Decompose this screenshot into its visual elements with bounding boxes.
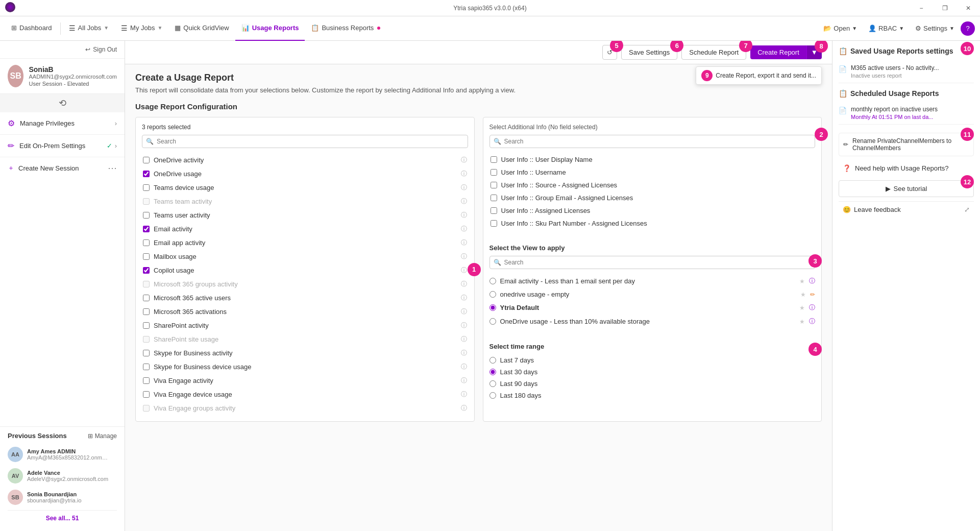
report-item-email-app[interactable]: Email app activity ⓘ [142,236,468,250]
sharepoint-checkbox[interactable] [143,322,150,329]
skype-activity-info[interactable]: ⓘ [461,349,467,357]
report-item-teams-device[interactable]: Teams device usage ⓘ [142,181,468,195]
field-username[interactable]: User Info :: Username [489,166,816,179]
report-item-skype-activity[interactable]: Skype for Business activity ⓘ [142,346,468,360]
minimize-button[interactable]: − [910,0,933,16]
field-username-checkbox[interactable] [491,169,497,176]
help-button[interactable]: ? [961,21,975,36]
teams-device-checkbox[interactable] [143,184,150,191]
manage-privileges-item[interactable]: ⚙ Manage Privileges › [0,112,125,135]
create-new-session-item[interactable]: ＋ Create New Session ⋯ [0,157,125,179]
sharepoint-info[interactable]: ⓘ [461,321,467,330]
rbac-button[interactable]: 👤 RBAC ▼ [863,21,909,35]
view-search-input[interactable] [489,256,816,269]
nav-usage-reports[interactable]: 📊 Usage Reports [235,16,305,41]
settings-button[interactable]: ⚙ Settings ▼ [910,21,960,35]
leave-feedback-button[interactable]: 😊 Leave feedback ⤢ [839,201,974,218]
time-item-30[interactable]: Last 30 days [489,366,816,378]
m365-users-checkbox[interactable] [143,295,150,301]
teams-user-info[interactable]: ⓘ [461,211,467,220]
create-report-button[interactable]: Create Report [750,45,806,59]
nav-all-jobs[interactable]: ☰ All Jobs ▼ [63,16,115,41]
refresh-button[interactable]: ↺ [602,45,617,60]
reports-search-input[interactable] [142,135,468,148]
email-app-checkbox[interactable] [143,239,150,246]
report-item-skype-device[interactable]: Skype for Business device usage ⓘ [142,360,468,374]
m365-users-info[interactable]: ⓘ [461,294,467,302]
manage-sessions-button[interactable]: ⊞ Manage [88,432,117,440]
session-item-sonia[interactable]: SB Sonia Bounardjian sbounardjian@ytria.… [8,487,117,508]
view4-info-icon[interactable]: ⓘ [809,317,815,326]
report-item-copilot[interactable]: Copilot usage ⓘ [142,263,468,277]
field-assigned-licenses[interactable]: User Info :: Assigned Licenses [489,204,816,217]
save-settings-button[interactable]: Save Settings [621,45,677,60]
time1-radio[interactable] [489,357,496,364]
time4-radio[interactable] [489,392,496,399]
time-item-90[interactable]: Last 90 days [489,378,816,390]
help-usage-reports[interactable]: ❓ Need help with Usage Reports? [839,160,974,176]
session-item-adele[interactable]: AV Adele Vance AdeleV@sygx2.onmicrosoft.… [8,465,117,487]
field-display-checkbox[interactable] [491,156,497,163]
skype-device-checkbox[interactable] [143,364,150,370]
field-sku-checkbox[interactable] [491,220,497,227]
view3-info-icon[interactable]: ⓘ [809,303,815,312]
view4-radio[interactable] [489,318,496,325]
viva-activity-checkbox[interactable] [143,377,150,384]
copilot-info[interactable]: ⓘ [461,266,467,275]
nav-quick-gridview[interactable]: ▦ Quick GridView [168,16,235,41]
open-button[interactable]: 📂 Open ▼ [818,21,862,35]
teams-device-info[interactable]: ⓘ [461,183,467,192]
see-all-button[interactable]: See all... 51 [8,510,117,526]
saved-report-m365[interactable]: 📄 M365 active users - No activity... Ina… [839,60,974,83]
m365-activations-checkbox[interactable] [143,308,150,315]
view3-radio[interactable] [489,304,496,311]
edit-on-prem-item[interactable]: ✏ Edit On-Prem Settings ✓ › [0,135,125,157]
onedrive-activity-checkbox[interactable] [143,157,150,163]
nav-my-jobs[interactable]: ☰ My Jobs ▼ [115,16,168,41]
onedrive-usage-checkbox[interactable] [143,171,150,177]
nav-business-reports[interactable]: 📋 Business Reports [305,16,386,41]
field-group-email[interactable]: User Info :: Group Email - Assigned Lice… [489,191,816,204]
time3-radio[interactable] [489,380,496,387]
report-item-viva-device[interactable]: Viva Engage device usage ⓘ [142,388,468,401]
report-item-viva-activity[interactable]: Viva Engage activity ⓘ [142,374,468,388]
view2-edit-icon[interactable]: ✏ [810,291,815,298]
report-item-onedrive-usage[interactable]: OneDrive usage ⓘ [142,167,468,181]
onedrive-activity-info[interactable]: ⓘ [461,156,467,164]
time2-radio[interactable] [489,369,496,375]
restore-button[interactable]: ❐ [933,0,957,16]
session-toggle[interactable]: ⟲ [0,94,125,112]
close-button[interactable]: ✕ [957,0,980,16]
report-item-m365-activations[interactable]: Microsoft 365 activations ⓘ [142,305,468,319]
field-source-checkbox[interactable] [491,182,497,188]
view-item-email-less1[interactable]: Email activity - Less than 1 email sent … [489,274,816,288]
viva-activity-info[interactable]: ⓘ [461,376,467,385]
report-item-onedrive-activity[interactable]: OneDrive activity ⓘ [142,153,468,167]
field-source-licenses[interactable]: User Info :: Source - Assigned Licenses [489,179,816,191]
field-assigned-checkbox[interactable] [491,207,497,214]
viva-device-info[interactable]: ⓘ [461,390,467,399]
rename-item[interactable]: ✏ Rename PrivateChannelMembers to Channe… [839,133,974,156]
report-item-mailbox[interactable]: Mailbox usage ⓘ [142,250,468,263]
view-item-ytria-default[interactable]: Ytria Default ★ ⓘ [489,301,816,315]
m365-activations-info[interactable]: ⓘ [461,307,467,316]
report-item-m365-users[interactable]: Microsoft 365 active users ⓘ [142,291,468,305]
mailbox-info[interactable]: ⓘ [461,252,467,261]
copilot-checkbox[interactable] [143,267,150,274]
nav-dashboard[interactable]: ⊞ Dashboard [5,16,58,41]
mailbox-checkbox[interactable] [143,253,150,260]
session-item-amy[interactable]: AA Amy Ames ADMIN AmyA@M365x85832012.onm… [8,444,117,465]
field-sku[interactable]: User Info :: Sku Part Number - Assigned … [489,217,816,230]
email-activity-info[interactable]: ⓘ [461,225,467,233]
email-app-info[interactable]: ⓘ [461,238,467,247]
view-item-onedrive-10pct[interactable]: OneDrive usage - Less than 10% available… [489,315,816,328]
report-item-email-activity[interactable]: Email activity ⓘ [142,222,468,236]
skype-device-info[interactable]: ⓘ [461,363,467,371]
teams-user-checkbox[interactable] [143,212,150,219]
report-item-teams-user[interactable]: Teams user activity ⓘ [142,208,468,222]
create-report-dropdown[interactable]: ▼ [806,45,822,59]
onedrive-usage-info[interactable]: ⓘ [461,170,467,178]
time-item-180[interactable]: Last 180 days [489,390,816,401]
time-item-7[interactable]: Last 7 days [489,354,816,366]
field-display-name[interactable]: User Info :: User Display Name [489,153,816,166]
